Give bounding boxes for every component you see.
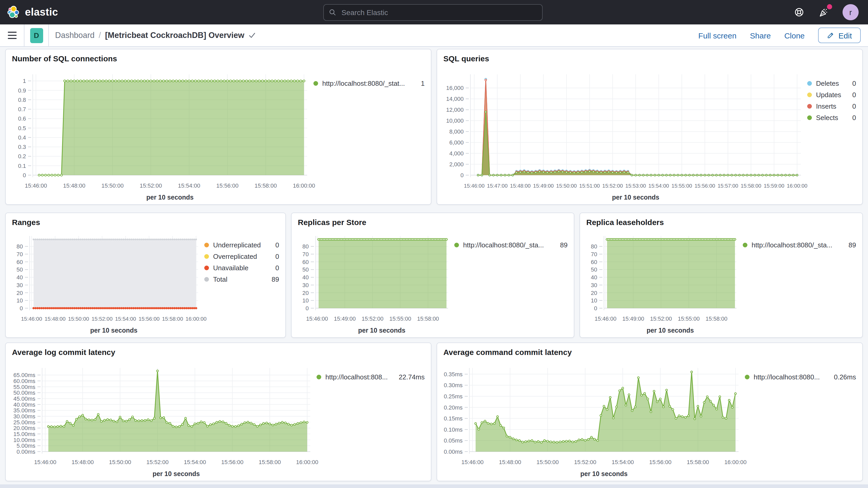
share-button[interactable]: Share bbox=[750, 31, 771, 40]
legend-entry[interactable]: Overreplicated0 bbox=[204, 250, 279, 262]
chart-legend: http://localhost:8080/_sta...89 bbox=[743, 239, 856, 250]
chart-canvas: 02,0004,0006,0008,00010,00012,00014,0001… bbox=[437, 64, 862, 204]
panel-title: Average log commit latency bbox=[6, 343, 431, 357]
legend-dot-icon bbox=[745, 374, 749, 379]
chart-legend: http://localhost:808...22.74ms bbox=[316, 371, 425, 383]
svg-text:15:48:00: 15:48:00 bbox=[63, 182, 86, 189]
legend-label: Overreplicated bbox=[213, 252, 270, 260]
legend-entry[interactable]: http://localhost:8080/_sta...89 bbox=[743, 239, 856, 250]
full-screen-button[interactable]: Full screen bbox=[698, 31, 737, 40]
svg-text:15:54:00: 15:54:00 bbox=[184, 459, 206, 465]
panel-average-log-commit-latency: Average log commit latency 0.00ms5.00ms1… bbox=[5, 342, 431, 481]
svg-text:15:46:00: 15:46:00 bbox=[464, 183, 485, 189]
svg-text:70: 70 bbox=[591, 251, 597, 257]
svg-text:15.00ms: 15.00ms bbox=[13, 431, 35, 437]
svg-text:15:56:00: 15:56:00 bbox=[221, 459, 244, 465]
svg-text:0.10ms: 0.10ms bbox=[444, 426, 463, 433]
svg-text:10: 10 bbox=[17, 297, 23, 304]
breadcrumb-separator: / bbox=[99, 31, 101, 40]
user-avatar[interactable]: r bbox=[842, 4, 859, 20]
svg-text:per 10 seconds: per 10 seconds bbox=[146, 193, 194, 201]
panel-title: Ranges bbox=[6, 213, 285, 226]
svg-text:15:56:00: 15:56:00 bbox=[649, 459, 672, 465]
svg-text:15:56:00: 15:56:00 bbox=[695, 183, 715, 189]
svg-text:15:54:00: 15:54:00 bbox=[178, 182, 200, 189]
svg-text:0.4: 0.4 bbox=[18, 134, 26, 141]
search-input[interactable] bbox=[340, 7, 537, 17]
svg-text:20: 20 bbox=[303, 290, 309, 296]
legend-dot-icon bbox=[316, 374, 321, 379]
legend-value: 89 bbox=[272, 275, 279, 283]
svg-text:per 10 seconds: per 10 seconds bbox=[580, 470, 628, 477]
svg-text:15:59:00: 15:59:00 bbox=[764, 183, 784, 189]
legend-entry[interactable]: Updates0 bbox=[807, 89, 856, 100]
legend-entry[interactable]: http://localhost:8080/_stat...1 bbox=[313, 78, 425, 89]
svg-text:60: 60 bbox=[303, 259, 309, 265]
legend-entry[interactable]: Total89 bbox=[204, 273, 279, 285]
panel-title: Average command commit latency bbox=[437, 343, 862, 357]
help-icon[interactable] bbox=[793, 6, 805, 19]
dashboard-toolbar: D Dashboard / [Metricbeat CockroachDB] O… bbox=[0, 24, 868, 47]
svg-text:20.00ms: 20.00ms bbox=[13, 425, 35, 431]
svg-text:4,000: 4,000 bbox=[450, 150, 464, 157]
top-navbar: elastic bbox=[0, 0, 868, 24]
svg-text:50: 50 bbox=[17, 266, 23, 273]
menu-icon[interactable] bbox=[0, 24, 24, 46]
title-check-icon[interactable] bbox=[248, 32, 256, 39]
edit-button[interactable]: Edit bbox=[818, 28, 861, 43]
panel-sql-queries: SQL queries 02,0004,0006,0008,00010,0001… bbox=[437, 49, 863, 205]
legend-entry[interactable]: Selects0 bbox=[807, 112, 856, 123]
legend-entry[interactable]: http://localhost:8080/_sta...89 bbox=[454, 239, 567, 250]
svg-text:0: 0 bbox=[23, 172, 26, 179]
svg-text:15:52:00: 15:52:00 bbox=[362, 315, 383, 322]
dashboard-badge[interactable]: D bbox=[30, 28, 43, 43]
legend-dot-icon bbox=[313, 81, 318, 86]
panel-title: SQL queries bbox=[437, 49, 862, 63]
legend-value: 0 bbox=[276, 241, 279, 249]
chart-average-log-commit-latency: 0.00ms5.00ms10.00ms15.00ms20.00ms25.00ms… bbox=[6, 358, 431, 481]
svg-text:15:55:00: 15:55:00 bbox=[672, 183, 692, 189]
legend-entry[interactable]: http://localhost:8080...0.26ms bbox=[745, 371, 856, 383]
whats-new-icon[interactable] bbox=[817, 6, 830, 19]
toolbar-actions: Full screen Share Clone Edit bbox=[698, 28, 868, 43]
legend-label: http://localhost:808... bbox=[326, 373, 394, 381]
clone-button[interactable]: Clone bbox=[784, 31, 805, 40]
svg-text:15:46:00: 15:46:00 bbox=[595, 315, 616, 322]
svg-text:0.8: 0.8 bbox=[18, 97, 26, 103]
global-search[interactable] bbox=[323, 4, 542, 21]
svg-text:15:58:00: 15:58:00 bbox=[258, 459, 281, 465]
svg-text:15:50:00: 15:50:00 bbox=[109, 459, 131, 465]
svg-text:per 10 seconds: per 10 seconds bbox=[90, 327, 137, 334]
legend-value: 0.26ms bbox=[834, 373, 856, 381]
legend-entry[interactable]: Unavailable0 bbox=[204, 262, 279, 273]
notification-dot bbox=[827, 4, 832, 9]
svg-text:15:58:00: 15:58:00 bbox=[255, 182, 277, 189]
chart-legend: http://localhost:8080...0.26ms bbox=[745, 371, 856, 383]
svg-text:15:50:00: 15:50:00 bbox=[101, 182, 124, 189]
legend-dot-icon bbox=[204, 242, 209, 247]
pencil-icon bbox=[827, 32, 834, 39]
bottom-edge-strip bbox=[0, 484, 868, 488]
svg-text:80: 80 bbox=[17, 243, 23, 250]
legend-entry[interactable]: Deletes0 bbox=[807, 78, 856, 89]
breadcrumb-dashboard[interactable]: Dashboard bbox=[55, 31, 95, 40]
svg-text:15:49:00: 15:49:00 bbox=[533, 183, 554, 189]
legend-value: 0 bbox=[276, 252, 279, 260]
svg-text:0.9: 0.9 bbox=[18, 87, 26, 94]
svg-text:0.7: 0.7 bbox=[18, 106, 26, 113]
legend-dot-icon bbox=[743, 242, 747, 247]
legend-label: Unavailable bbox=[213, 264, 270, 272]
elastic-logo[interactable]: elastic bbox=[0, 5, 131, 19]
legend-dot-icon bbox=[807, 104, 812, 109]
legend-dot-icon bbox=[454, 242, 459, 247]
svg-text:15:52:00: 15:52:00 bbox=[602, 183, 623, 189]
svg-text:40: 40 bbox=[303, 274, 309, 281]
legend-entry[interactable]: Underreplicated0 bbox=[204, 239, 279, 250]
legend-entry[interactable]: http://localhost:808...22.74ms bbox=[316, 371, 425, 383]
svg-text:15:58:00: 15:58:00 bbox=[162, 316, 183, 322]
svg-text:40: 40 bbox=[591, 274, 597, 281]
svg-text:16:00:00: 16:00:00 bbox=[293, 182, 315, 189]
svg-text:15:46:00: 15:46:00 bbox=[21, 316, 42, 322]
legend-entry[interactable]: Inserts0 bbox=[807, 100, 856, 112]
svg-text:0.6: 0.6 bbox=[18, 115, 26, 122]
